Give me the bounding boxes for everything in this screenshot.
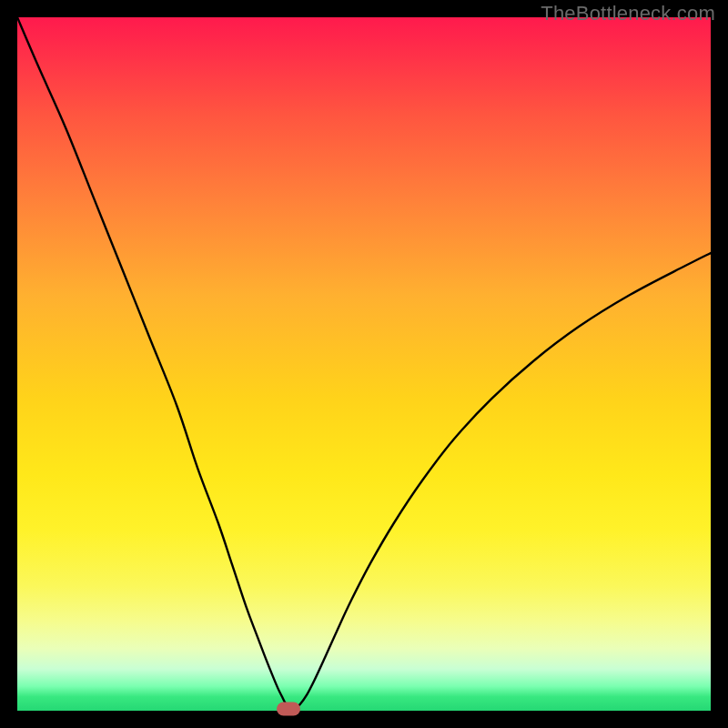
optimum-marker [277,703,300,716]
bottleneck-curve [17,17,711,711]
chart-plot-area [17,17,711,711]
chart-frame: TheBottleneck.com [0,0,728,728]
watermark-text: TheBottleneck.com [541,2,715,25]
